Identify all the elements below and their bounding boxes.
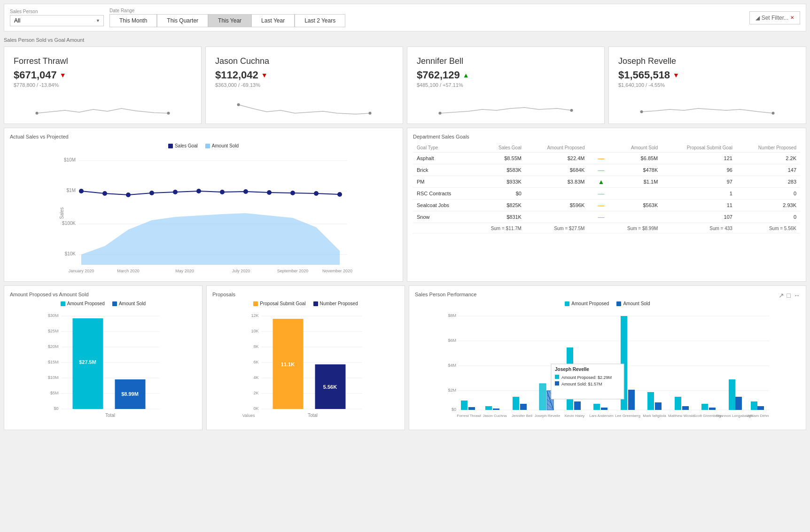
sum-trend bbox=[588, 223, 608, 233]
svg-point-25 bbox=[243, 189, 248, 194]
sum-amount-sold: Sum = $8.99M bbox=[608, 223, 662, 233]
export-icon[interactable]: ↗ bbox=[779, 292, 784, 299]
expand-icon[interactable]: ↔ bbox=[794, 292, 800, 299]
svg-point-18 bbox=[79, 189, 84, 193]
svg-point-3 bbox=[369, 112, 372, 115]
col-goal-type: Goal Type bbox=[413, 143, 472, 153]
svg-text:$4M: $4M bbox=[448, 363, 456, 368]
legend-dot-amount-sold bbox=[205, 144, 210, 148]
card-arrow-jennifer: ▲ bbox=[463, 71, 469, 79]
svg-text:January 2020: January 2020 bbox=[69, 269, 94, 273]
svg-point-21 bbox=[149, 191, 154, 195]
legend-sold: Amount Sold bbox=[112, 301, 146, 306]
svg-text:$2M: $2M bbox=[448, 388, 456, 393]
cell-proposal-submit: 121 bbox=[662, 153, 736, 164]
legend-sales-goal: Sales Goal bbox=[168, 143, 198, 148]
cell-sales-goal: $831K bbox=[472, 211, 525, 223]
svg-text:Kevin Haley: Kevin Haley bbox=[565, 414, 585, 418]
svg-text:$1M: $1M bbox=[67, 188, 76, 193]
col-amount-proposed: Amount Proposed bbox=[525, 143, 589, 153]
svg-text:July 2020: July 2020 bbox=[232, 269, 250, 273]
this-year-btn[interactable]: This Year bbox=[208, 14, 251, 27]
svg-rect-87 bbox=[539, 384, 546, 410]
cell-amount-proposed bbox=[525, 211, 589, 223]
cell-sales-goal: $583K bbox=[472, 164, 525, 176]
cards-row: Forrest Thrawl $671,047 ▼ $778,800 / -13… bbox=[4, 46, 806, 124]
svg-text:0K: 0K bbox=[253, 406, 258, 411]
svg-rect-81 bbox=[461, 401, 467, 410]
svg-rect-127 bbox=[555, 381, 559, 386]
cell-amount-proposed bbox=[525, 188, 589, 200]
proposals-panel: Proposals Proposal Submit Goal Number Pr… bbox=[206, 285, 405, 430]
svg-rect-107 bbox=[729, 379, 735, 410]
svg-rect-97 bbox=[593, 404, 600, 410]
date-range-label: Date Range bbox=[109, 8, 744, 13]
legend-label-sales-goal: Sales Goal bbox=[175, 143, 198, 148]
svg-text:November 2020: November 2020 bbox=[322, 269, 352, 273]
cell-proposal-submit: 96 bbox=[662, 164, 736, 176]
cell-amount-sold: $1.1M bbox=[608, 176, 662, 188]
sum-proposal-submit: Sum = 433 bbox=[662, 223, 736, 233]
cell-trend: — bbox=[588, 211, 608, 223]
svg-point-26 bbox=[267, 190, 272, 195]
table-row: Asphalt $8.55M $22.4M — $6.85M 121 2.2K bbox=[413, 153, 800, 164]
this-month-btn[interactable]: This Month bbox=[109, 14, 157, 27]
sum-sales-goal: Sum = $11.7M bbox=[472, 223, 525, 233]
svg-text:Lars Andersen: Lars Andersen bbox=[589, 414, 614, 418]
svg-point-29 bbox=[337, 192, 342, 197]
svg-point-20 bbox=[126, 193, 131, 197]
cell-amount-proposed: $22.4M bbox=[525, 153, 589, 164]
filter-icon: ◢ bbox=[755, 15, 760, 21]
svg-text:$8.99M: $8.99M bbox=[121, 391, 139, 397]
filter-bar: Sales Person All Date Range This Month T… bbox=[4, 4, 806, 31]
svg-text:8K: 8K bbox=[253, 344, 258, 349]
cell-trend: — bbox=[588, 188, 608, 200]
proposed-vs-sold-title: Amount Proposed vs Amount Sold bbox=[10, 292, 196, 297]
table-row: PM $933K $3.83M ▲ $1.1M 97 283 bbox=[413, 176, 800, 188]
card-sub-jennifer: $485,100 / +57.11% bbox=[417, 82, 595, 88]
card-jason: Jason Cuchna $112,042 ▼ $363,000 / -69.1… bbox=[205, 46, 403, 124]
clear-filter-icon: ✕ bbox=[790, 15, 794, 20]
col-sales-goal: Sales Goal bbox=[472, 143, 525, 153]
top-section-title: Sales Person Sold vs Goal Amount bbox=[4, 35, 806, 45]
bottom-section: Amount Proposed vs Amount Sold Amount Pr… bbox=[4, 285, 806, 430]
card-arrow-forrest: ▼ bbox=[60, 71, 66, 79]
sales-person-select[interactable]: All bbox=[10, 15, 104, 26]
copy-icon[interactable]: □ bbox=[787, 292, 791, 299]
card-chart-forrest bbox=[14, 95, 192, 114]
svg-text:Total: Total bbox=[308, 413, 318, 418]
card-amount-joseph: $1,565,518 bbox=[618, 69, 670, 81]
dept-table: Goal Type Sales Goal Amount Proposed Amo… bbox=[413, 143, 800, 233]
legend-sp-sold: Amount Sold bbox=[616, 301, 650, 306]
svg-rect-86 bbox=[520, 404, 527, 410]
svg-rect-109 bbox=[751, 401, 757, 410]
svg-text:$5M: $5M bbox=[50, 391, 59, 395]
col-amount-sold: Amount Sold bbox=[608, 143, 662, 153]
svg-text:Joseph Revelle: Joseph Revelle bbox=[555, 367, 589, 372]
this-quarter-btn[interactable]: This Quarter bbox=[157, 14, 208, 27]
last-2-years-btn[interactable]: Last 2 Years bbox=[295, 14, 345, 27]
card-name-joseph: Joseph Revelle bbox=[618, 56, 796, 66]
card-name-jason: Jason Cuchna bbox=[215, 56, 393, 66]
svg-text:$20M: $20M bbox=[48, 344, 59, 349]
svg-text:Amount Sold: $1.57M: Amount Sold: $1.57M bbox=[561, 382, 602, 386]
sum-label bbox=[413, 223, 472, 233]
svg-text:5.56K: 5.56K bbox=[323, 384, 337, 390]
svg-text:$0: $0 bbox=[54, 406, 58, 411]
cell-proposal-submit: 97 bbox=[662, 176, 736, 188]
set-filter-btn[interactable]: ◢ Set Filter... ✕ bbox=[749, 11, 800, 24]
dashboard: Sales Person All Date Range This Month T… bbox=[0, 0, 810, 532]
card-amount-forrest: $671,047 bbox=[14, 69, 57, 81]
svg-point-1 bbox=[167, 112, 170, 115]
sales-person-select-wrapper[interactable]: All bbox=[10, 15, 104, 26]
middle-section: Actual Sales vs Projected Sales Goal Amo… bbox=[4, 128, 806, 282]
svg-text:12K: 12K bbox=[251, 313, 258, 318]
legend-dot-sold bbox=[112, 301, 117, 306]
last-year-btn[interactable]: Last Year bbox=[251, 14, 295, 27]
col-number-proposed: Number Proposed bbox=[736, 143, 800, 153]
cell-amount-sold bbox=[608, 188, 662, 200]
svg-text:Amount Proposed: $2.29M: Amount Proposed: $2.29M bbox=[561, 375, 612, 380]
svg-text:Lee Greenberg: Lee Greenberg bbox=[615, 414, 640, 418]
card-amount-jason: $112,042 bbox=[215, 69, 258, 81]
card-sub-jason: $363,000 / -69.13% bbox=[215, 82, 393, 88]
